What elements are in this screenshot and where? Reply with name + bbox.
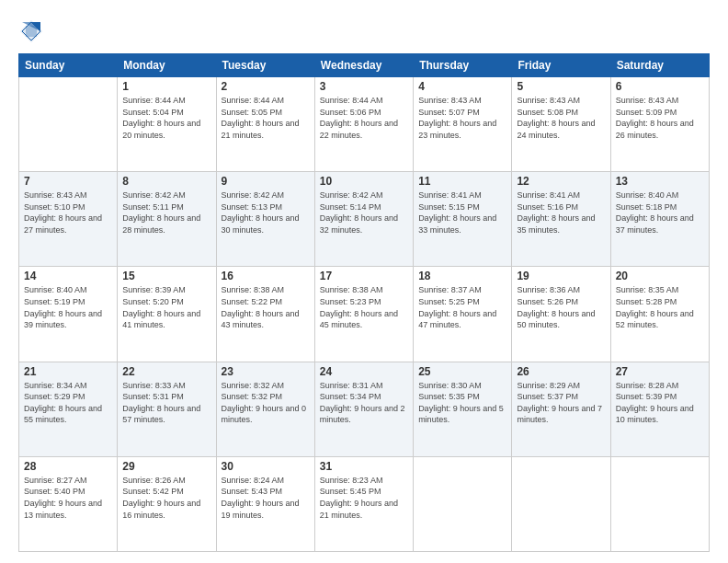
day-info: Sunrise: 8:42 AM Sunset: 5:11 PM Dayligh… bbox=[122, 190, 210, 236]
daylight-text: Daylight: 8 hours and 55 minutes. bbox=[24, 403, 112, 426]
sunrise-text: Sunrise: 8:38 AM bbox=[320, 284, 408, 296]
sunset-text: Sunset: 5:32 PM bbox=[222, 391, 310, 403]
calendar-table: SundayMondayTuesdayWednesdayThursdayFrid… bbox=[18, 53, 710, 552]
sunset-text: Sunset: 5:43 PM bbox=[222, 486, 310, 498]
day-info: Sunrise: 8:36 AM Sunset: 5:26 PM Dayligh… bbox=[517, 284, 605, 330]
weekday-header-row: SundayMondayTuesdayWednesdayThursdayFrid… bbox=[19, 54, 710, 77]
calendar-cell: 28 Sunrise: 8:27 AM Sunset: 5:40 PM Dayl… bbox=[19, 456, 118, 551]
day-info: Sunrise: 8:35 AM Sunset: 5:28 PM Dayligh… bbox=[616, 284, 704, 330]
sunrise-text: Sunrise: 8:39 AM bbox=[122, 284, 210, 296]
sunrise-text: Sunrise: 8:37 AM bbox=[418, 284, 506, 296]
daylight-text: Daylight: 9 hours and 10 minutes. bbox=[616, 403, 704, 426]
logo-icon bbox=[18, 18, 44, 44]
daylight-text: Daylight: 8 hours and 20 minutes. bbox=[122, 118, 210, 141]
weekday-header-tuesday: Tuesday bbox=[216, 54, 314, 77]
sunset-text: Sunset: 5:25 PM bbox=[418, 296, 506, 308]
calendar-cell: 8 Sunrise: 8:42 AM Sunset: 5:11 PM Dayli… bbox=[118, 172, 216, 267]
sunset-text: Sunset: 5:04 PM bbox=[122, 107, 210, 119]
weekday-header-monday: Monday bbox=[118, 54, 216, 77]
weekday-header-sunday: Sunday bbox=[19, 54, 118, 77]
day-info: Sunrise: 8:32 AM Sunset: 5:32 PM Dayligh… bbox=[222, 380, 310, 426]
sunset-text: Sunset: 5:19 PM bbox=[24, 296, 112, 308]
day-info: Sunrise: 8:38 AM Sunset: 5:22 PM Dayligh… bbox=[222, 284, 310, 330]
sunrise-text: Sunrise: 8:24 AM bbox=[222, 475, 310, 487]
weekday-header-saturday: Saturday bbox=[610, 54, 709, 77]
day-info: Sunrise: 8:40 AM Sunset: 5:19 PM Dayligh… bbox=[24, 284, 112, 330]
daylight-text: Daylight: 8 hours and 27 minutes. bbox=[24, 213, 112, 236]
daylight-text: Daylight: 8 hours and 33 minutes. bbox=[418, 213, 506, 236]
weekday-header-thursday: Thursday bbox=[414, 54, 512, 77]
calendar-cell: 5 Sunrise: 8:43 AM Sunset: 5:08 PM Dayli… bbox=[512, 77, 610, 172]
sunset-text: Sunset: 5:31 PM bbox=[122, 391, 210, 403]
day-info: Sunrise: 8:43 AM Sunset: 5:10 PM Dayligh… bbox=[24, 190, 112, 236]
day-number: 30 bbox=[222, 460, 310, 473]
sunrise-text: Sunrise: 8:44 AM bbox=[320, 95, 408, 107]
calendar-cell: 4 Sunrise: 8:43 AM Sunset: 5:07 PM Dayli… bbox=[414, 77, 512, 172]
sunrise-text: Sunrise: 8:34 AM bbox=[24, 380, 112, 392]
calendar-cell bbox=[512, 456, 610, 551]
daylight-text: Daylight: 8 hours and 57 minutes. bbox=[122, 403, 210, 426]
sunrise-text: Sunrise: 8:38 AM bbox=[222, 284, 310, 296]
day-number: 10 bbox=[320, 175, 408, 188]
day-number: 15 bbox=[122, 270, 210, 282]
daylight-text: Daylight: 9 hours and 0 minutes. bbox=[222, 403, 310, 426]
calendar-cell: 12 Sunrise: 8:41 AM Sunset: 5:16 PM Dayl… bbox=[512, 172, 610, 267]
calendar-week-row: 21 Sunrise: 8:34 AM Sunset: 5:29 PM Dayl… bbox=[19, 362, 710, 456]
sunset-text: Sunset: 5:37 PM bbox=[517, 391, 605, 403]
sunrise-text: Sunrise: 8:29 AM bbox=[517, 380, 605, 392]
sunrise-text: Sunrise: 8:42 AM bbox=[222, 190, 310, 201]
sunrise-text: Sunrise: 8:43 AM bbox=[418, 95, 506, 107]
day-number: 26 bbox=[517, 365, 605, 378]
day-info: Sunrise: 8:24 AM Sunset: 5:43 PM Dayligh… bbox=[222, 475, 310, 521]
sunset-text: Sunset: 5:45 PM bbox=[320, 486, 408, 498]
day-number: 24 bbox=[320, 365, 408, 378]
sunset-text: Sunset: 5:35 PM bbox=[418, 391, 506, 403]
day-number: 5 bbox=[517, 80, 605, 93]
day-info: Sunrise: 8:44 AM Sunset: 5:04 PM Dayligh… bbox=[122, 95, 210, 141]
sunset-text: Sunset: 5:29 PM bbox=[24, 391, 112, 403]
sunset-text: Sunset: 5:39 PM bbox=[616, 391, 704, 403]
calendar-cell: 13 Sunrise: 8:40 AM Sunset: 5:18 PM Dayl… bbox=[610, 172, 709, 267]
sunset-text: Sunset: 5:08 PM bbox=[517, 107, 605, 119]
sunrise-text: Sunrise: 8:41 AM bbox=[517, 190, 605, 201]
sunrise-text: Sunrise: 8:26 AM bbox=[122, 475, 210, 487]
calendar-cell: 31 Sunrise: 8:23 AM Sunset: 5:45 PM Dayl… bbox=[314, 456, 413, 551]
sunset-text: Sunset: 5:15 PM bbox=[418, 201, 506, 213]
calendar-week-row: 14 Sunrise: 8:40 AM Sunset: 5:19 PM Dayl… bbox=[19, 267, 710, 362]
day-info: Sunrise: 8:41 AM Sunset: 5:15 PM Dayligh… bbox=[418, 190, 506, 236]
calendar-cell: 16 Sunrise: 8:38 AM Sunset: 5:22 PM Dayl… bbox=[216, 267, 314, 362]
calendar-cell: 11 Sunrise: 8:41 AM Sunset: 5:15 PM Dayl… bbox=[414, 172, 512, 267]
calendar-week-row: 1 Sunrise: 8:44 AM Sunset: 5:04 PM Dayli… bbox=[19, 77, 710, 172]
daylight-text: Daylight: 8 hours and 39 minutes. bbox=[24, 308, 112, 331]
day-number: 28 bbox=[24, 460, 112, 473]
day-number: 14 bbox=[24, 270, 112, 282]
sunset-text: Sunset: 5:09 PM bbox=[616, 107, 704, 119]
sunset-text: Sunset: 5:42 PM bbox=[122, 486, 210, 498]
daylight-text: Daylight: 8 hours and 26 minutes. bbox=[616, 118, 704, 141]
day-number: 23 bbox=[222, 365, 310, 378]
day-number: 20 bbox=[616, 270, 704, 282]
sunset-text: Sunset: 5:14 PM bbox=[320, 201, 408, 213]
day-info: Sunrise: 8:44 AM Sunset: 5:05 PM Dayligh… bbox=[222, 95, 310, 141]
calendar-cell: 15 Sunrise: 8:39 AM Sunset: 5:20 PM Dayl… bbox=[118, 267, 216, 362]
day-number: 9 bbox=[222, 175, 310, 188]
daylight-text: Daylight: 8 hours and 30 minutes. bbox=[222, 213, 310, 236]
calendar-cell: 3 Sunrise: 8:44 AM Sunset: 5:06 PM Dayli… bbox=[314, 77, 413, 172]
daylight-text: Daylight: 8 hours and 35 minutes. bbox=[517, 213, 605, 236]
sunrise-text: Sunrise: 8:42 AM bbox=[122, 190, 210, 201]
day-info: Sunrise: 8:26 AM Sunset: 5:42 PM Dayligh… bbox=[122, 475, 210, 521]
sunrise-text: Sunrise: 8:27 AM bbox=[24, 475, 112, 487]
day-number: 6 bbox=[616, 80, 704, 93]
day-info: Sunrise: 8:37 AM Sunset: 5:25 PM Dayligh… bbox=[418, 284, 506, 330]
day-number: 27 bbox=[616, 365, 704, 378]
calendar-cell: 18 Sunrise: 8:37 AM Sunset: 5:25 PM Dayl… bbox=[414, 267, 512, 362]
calendar-cell: 25 Sunrise: 8:30 AM Sunset: 5:35 PM Dayl… bbox=[414, 362, 512, 456]
day-number: 11 bbox=[418, 175, 506, 188]
sunset-text: Sunset: 5:28 PM bbox=[616, 296, 704, 308]
day-info: Sunrise: 8:40 AM Sunset: 5:18 PM Dayligh… bbox=[616, 190, 704, 236]
daylight-text: Daylight: 9 hours and 7 minutes. bbox=[517, 403, 605, 426]
day-number: 7 bbox=[24, 175, 112, 188]
sunset-text: Sunset: 5:20 PM bbox=[122, 296, 210, 308]
sunrise-text: Sunrise: 8:43 AM bbox=[616, 95, 704, 107]
daylight-text: Daylight: 8 hours and 50 minutes. bbox=[517, 308, 605, 331]
